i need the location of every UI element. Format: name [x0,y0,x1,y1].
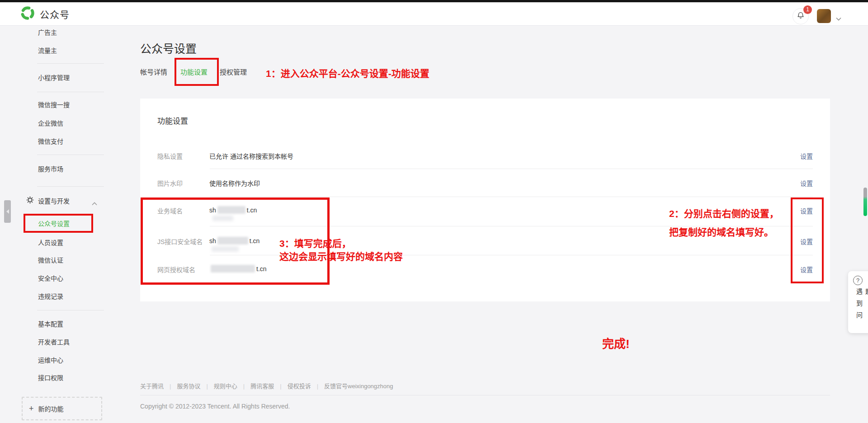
row-value: 已允许 通过名称搜索到本帐号 [209,151,293,160]
gear-icon [26,196,34,206]
page-title: 公众号设置 [140,40,197,56]
account-chevron-down-icon[interactable] [836,14,841,23]
tab-authorization[interactable]: 授权管理 [220,68,247,77]
help-widget[interactable]: ? 遇到问题 [848,271,868,333]
privacy-setting-link[interactable]: 设置 [800,151,813,160]
tab-account-details[interactable]: 帐号详情 [140,68,167,77]
annotation-step3: 3：填写完成后， 这边会显示填写好的域名内容 [279,237,403,263]
annotation-done: 完成! [602,334,630,351]
footer-divider [140,395,830,395]
app-logo[interactable]: 公众号 [20,6,70,22]
row-label: 隐私设置 [157,151,183,160]
sidebar-item-wechat-verify[interactable]: 微信认证 [38,256,63,265]
footer-link-terms[interactable]: 服务协议 [177,383,200,390]
sidebar-item-security-center[interactable]: 安全中心 [38,274,63,283]
footer-link-about[interactable]: 关于腾讯 [140,383,164,390]
copyright: Copyright © 2012-2023 Tencent. All Right… [140,403,290,410]
sidebar-group-settings-dev[interactable]: 设置与开发 [26,197,70,206]
footer-separator: | [243,383,245,390]
footer-link-feedback[interactable]: 反馈官号weixingongzhong [324,383,393,390]
sidebar-item-wepay[interactable]: 微信支付 [38,137,63,146]
annotation-step2-line1: 2：分别点击右侧的设置， [669,204,779,223]
annotation-step2: 2：分别点击右侧的设置， 把复制好的域名填写好。 [669,204,779,241]
sidebar-item-ops-center[interactable]: 运维中心 [38,356,63,365]
settings-row-watermark: 图片水印 使用名称作为水印 设置 [140,178,830,188]
footer-link-rules[interactable]: 规则中心 [214,383,237,390]
sidebar-divider [37,155,104,155]
annotation-step1: 1：进入公众平台-公众号设置-功能设置 [266,66,429,80]
settings-row-privacy: 隐私设置 已允许 通过名称搜索到本帐号 设置 [140,150,830,161]
footer-separator: | [206,383,208,390]
footer-links: 关于腾讯|服务协议|规则中心|腾讯客服|侵权投诉|反馈官号weixingongz… [140,381,393,390]
row-value: 使用名称作为水印 [209,179,260,188]
plus-icon: + [29,404,34,414]
sidebar-item-staff-settings[interactable]: 人员设置 [38,238,63,247]
app-header: 公众号 1 [0,2,868,26]
sidebar-item-basic-config[interactable]: 基本配置 [38,320,63,329]
notification-badge: 1 [803,5,812,14]
sidebar-group-label: 设置与开发 [38,197,70,206]
sidebar: 广告主 流量主 小程序管理 微信搜一搜 企业微信 微信支付 服务市场 设置与开发… [0,26,131,423]
sidebar-item-developer-tools[interactable]: 开发者工具 [38,338,70,347]
footer-separator: | [170,383,171,390]
sidebar-item-violation-record[interactable]: 违规记录 [38,292,63,301]
annotation-box-actions [791,197,824,283]
new-feature-button[interactable]: + 新的功能 [22,397,102,420]
row-divider [210,169,813,169]
sidebar-item-wecom[interactable]: 企业微信 [38,119,63,128]
footer-separator: | [280,383,281,390]
sidebar-item-advertiser[interactable]: 广告主 [38,28,57,37]
chevron-up-icon[interactable] [92,199,97,207]
row-label: 图片水印 [157,179,183,188]
user-avatar[interactable] [817,9,831,23]
sidebar-divider [37,63,104,64]
sidebar-item-account-settings[interactable]: 公众号设置 [38,219,70,228]
footer-link-support[interactable]: 腾讯客服 [250,383,274,390]
app-logo-text: 公众号 [40,7,70,21]
annotation-step2-line2: 把复制好的域名填写好。 [669,223,779,241]
help-widget-label: 遇到问题 [854,288,868,333]
sidebar-item-service-market[interactable]: 服务市场 [38,164,63,174]
triangle-left-icon [6,209,9,214]
sidebar-item-traffic[interactable]: 流量主 [38,46,57,55]
sidebar-item-search[interactable]: 微信搜一搜 [38,100,70,109]
official-account-logo-icon [20,5,35,23]
sidebar-item-api-permission[interactable]: 接口权限 [38,373,63,382]
help-icon: ? [853,276,863,285]
bell-icon [797,11,805,21]
annotation-step3-line2: 这边会显示填写好的域名内容 [279,250,403,263]
new-feature-label: 新的功能 [38,404,64,413]
sidebar-divider [37,310,104,310]
sidebar-divider [37,186,104,187]
row-divider [210,197,813,197]
footer-separator: | [317,383,318,390]
scrollbar-thumb[interactable] [863,188,867,216]
annotation-box-tab [175,58,219,86]
footer-link-report[interactable]: 侵权投诉 [288,383,311,390]
sidebar-collapse-handle[interactable] [4,200,11,223]
sidebar-item-miniprogram[interactable]: 小程序管理 [38,73,70,82]
card-title: 功能设置 [157,115,188,126]
annotation-step3-line1: 3：填写完成后， [279,237,403,250]
sidebar-divider [37,92,104,92]
watermark-setting-link[interactable]: 设置 [800,179,813,188]
